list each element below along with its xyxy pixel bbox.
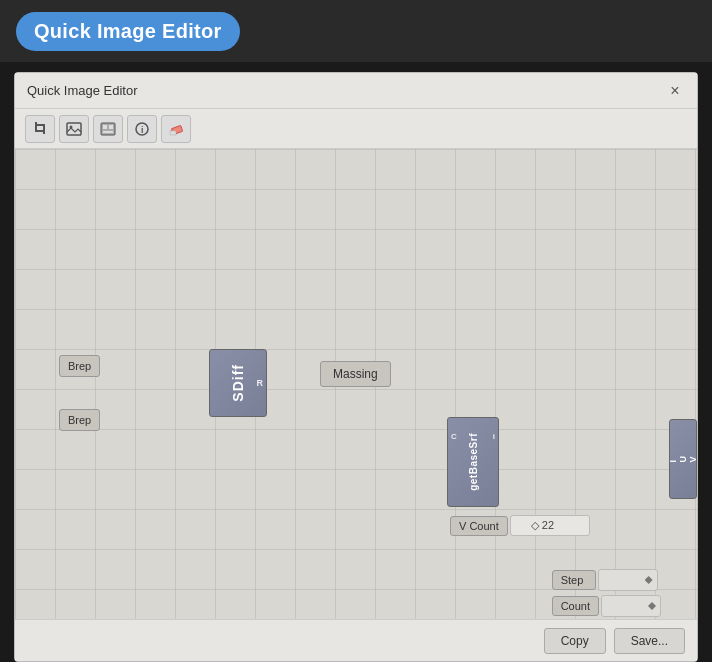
count-label: Count (552, 596, 599, 616)
count-bar (601, 595, 661, 617)
copy-button[interactable]: Copy (544, 628, 606, 654)
step-bar (598, 569, 658, 591)
count-diamond (648, 602, 656, 610)
brep2-label: Brep (59, 409, 100, 431)
sdiff-label: SDiff (230, 364, 246, 402)
svg-text:i: i (141, 125, 144, 135)
getbasesrf-label: getBaseSrf (468, 433, 479, 491)
sdiff-port-r: R (257, 378, 264, 388)
app-title: Quick Image Editor (34, 20, 222, 42)
photo-icon (100, 121, 116, 137)
brep2-node: Brep (59, 409, 100, 431)
massing-label: Massing (333, 367, 378, 381)
vcount-value: ◇ 22 (510, 515, 590, 536)
svg-rect-13 (170, 131, 176, 135)
getbasesrf-port-i: i (493, 432, 495, 441)
eraser-icon (168, 121, 184, 137)
top-bar: Quick Image Editor (0, 0, 712, 62)
toolbar-info-btn[interactable]: i (127, 115, 157, 143)
info-icon: i (134, 121, 150, 137)
toolbar-eraser-btn[interactable] (161, 115, 191, 143)
crop-icon (32, 121, 48, 137)
toolbar-photo-btn[interactable] (93, 115, 123, 143)
window-titlebar: Quick Image Editor × (15, 73, 697, 109)
canvas-area: Brep Brep A B SDiff R Massing getBaseSrf… (15, 149, 697, 619)
toolbar-image-btn[interactable] (59, 115, 89, 143)
right-panel-nodes: IUV (669, 419, 697, 501)
svg-rect-9 (103, 131, 113, 133)
svg-rect-4 (67, 123, 81, 135)
step-label: Step (552, 570, 596, 590)
step-count-area: Step Count (552, 569, 661, 617)
main-window: Quick Image Editor × (14, 72, 698, 662)
svg-rect-8 (109, 125, 113, 129)
count-row: Count (552, 595, 661, 617)
bottom-bar: Copy Save... (15, 619, 697, 661)
toolbar: i (15, 109, 697, 149)
vcount-node: V Count ◇ 22 (450, 515, 590, 536)
save-button[interactable]: Save... (614, 628, 685, 654)
right-node-1: IUV (669, 419, 697, 499)
sdiff-node: SDiff R (209, 349, 267, 417)
brep1-node: Brep (59, 355, 100, 377)
app-title-badge: Quick Image Editor (16, 12, 240, 51)
massing-node: Massing (320, 361, 391, 387)
svg-rect-2 (43, 126, 45, 134)
wire-connections (15, 149, 315, 299)
svg-rect-7 (103, 125, 107, 129)
window-title: Quick Image Editor (27, 83, 138, 98)
svg-rect-3 (37, 124, 45, 126)
getbasesrf-port-c: C (451, 432, 457, 441)
step-row: Step (552, 569, 661, 591)
step-diamond (645, 576, 653, 584)
brep1-label: Brep (59, 355, 100, 377)
vcount-label: V Count (450, 516, 508, 536)
toolbar-crop-btn[interactable] (25, 115, 55, 143)
getbasesrf-node: getBaseSrf C i (447, 417, 499, 507)
image-icon (66, 121, 82, 137)
close-button[interactable]: × (665, 81, 685, 101)
